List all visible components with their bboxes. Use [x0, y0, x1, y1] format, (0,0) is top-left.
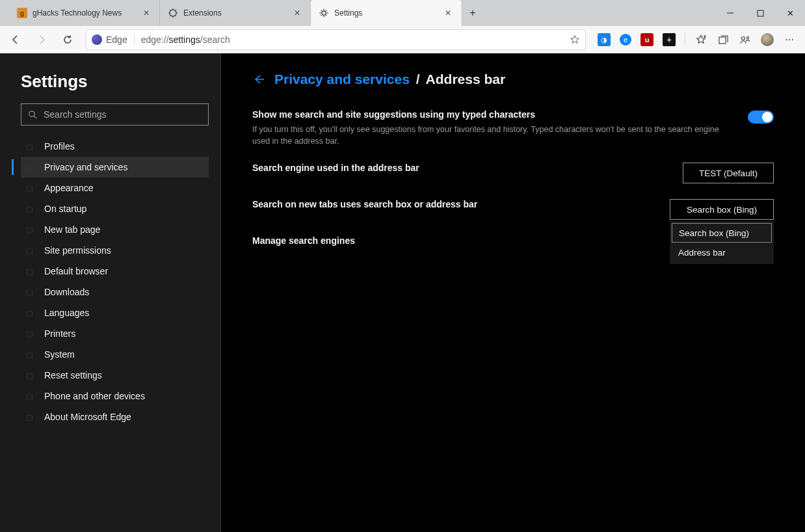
search-engine-select[interactable]: TEST (Default) [683, 163, 774, 183]
refresh-button[interactable] [56, 28, 79, 51]
sidebar-item-reset[interactable]: ◻Reset settings [21, 365, 209, 386]
extension-icon-4[interactable]: + [663, 33, 676, 46]
sidebar-item-phone[interactable]: ◻Phone and other devices [21, 386, 209, 406]
sidebar-item-about[interactable]: ◻About Microsoft Edge [21, 406, 209, 427]
profile-icon: ◻ [23, 140, 35, 152]
favorites-icon[interactable] [694, 33, 707, 46]
sidebar-item-printers[interactable]: ◻Printers [21, 323, 209, 344]
sidebar-item-system[interactable]: ◻System [21, 344, 209, 365]
back-arrow-icon[interactable] [252, 73, 265, 86]
close-icon[interactable]: ✕ [443, 8, 453, 18]
svg-point-9 [742, 37, 745, 40]
tab-ghacks[interactable]: g gHacks Technology News ✕ [9, 0, 160, 26]
printer-icon: ◻ [23, 328, 35, 339]
back-button[interactable] [4, 28, 27, 51]
tab-label: Extensions [183, 8, 287, 18]
permissions-icon: ◻ [23, 245, 35, 256]
tab-strip: g gHacks Technology News ✕ Extensions ✕ … [0, 0, 715, 26]
settings-sidebar: Settings Search settings ◻Profiles ◻Priv… [0, 53, 221, 532]
maximize-button[interactable] [745, 0, 775, 26]
extension-icons: ◑ e u + ⋯ [592, 33, 801, 47]
more-menu-icon[interactable]: ⋯ [783, 33, 796, 46]
reset-icon: ◻ [23, 369, 35, 381]
sidebar-item-profiles[interactable]: ◻Profiles [21, 136, 209, 157]
svg-point-11 [29, 111, 34, 116]
close-window-button[interactable]: ✕ [775, 0, 805, 26]
favicon-ghacks: g [17, 8, 27, 18]
search-placeholder: Search settings [44, 109, 107, 120]
breadcrumb-parent[interactable]: Privacy and services [274, 72, 410, 86]
new-tabs-select[interactable]: Search box (Bing) [670, 199, 774, 220]
separator [685, 33, 685, 47]
sidebar-item-appearance[interactable]: ◻Appearance [21, 178, 209, 198]
svg-rect-8 [719, 37, 726, 44]
sidebar-item-privacy[interactable]: ◻Privacy and services [21, 157, 209, 178]
window-controls: ✕ [715, 0, 805, 26]
svg-rect-5 [758, 10, 763, 16]
svg-text:g: g [20, 10, 24, 17]
new-tabs-dropdown-menu: Search box (Bing) Address bar [670, 221, 774, 264]
sidebar-item-startup[interactable]: ◻On startup [21, 198, 209, 219]
svg-point-10 [746, 36, 748, 38]
dropdown-option-addressbar[interactable]: Address bar [672, 243, 772, 262]
tab-label: gHacks Technology News [33, 8, 136, 18]
suggestions-toggle[interactable] [748, 111, 774, 124]
appearance-icon: ◻ [23, 182, 35, 194]
setting-title: Search on new tabs uses search box or ad… [252, 199, 650, 209]
breadcrumb-separator: / [416, 72, 420, 86]
phone-icon: ◻ [23, 390, 35, 402]
setting-title: Search engine used in the address bar [252, 163, 663, 173]
search-settings-input[interactable]: Search settings [21, 103, 209, 126]
info-icon: ◻ [23, 411, 35, 423]
close-icon[interactable]: ✕ [292, 8, 302, 18]
toolbar: Edge edge://settings/search ◑ e u + [0, 26, 805, 53]
dropdown-option-searchbox[interactable]: Search box (Bing) [672, 223, 772, 243]
settings-title: Settings [21, 72, 209, 92]
setting-new-tabs-search: Search on new tabs uses search box or ad… [252, 199, 774, 220]
setting-suggestions: Show me search and site suggestions usin… [252, 109, 774, 147]
app-window: g gHacks Technology News ✕ Extensions ✕ … [0, 0, 805, 532]
new-tab-button[interactable]: + [462, 0, 484, 26]
url-text: edge://settings/search [141, 34, 230, 45]
language-icon: ◻ [23, 307, 35, 319]
collections-icon[interactable] [717, 33, 730, 46]
setting-title: Show me search and site suggestions usin… [252, 109, 728, 120]
sidebar-item-site-permissions[interactable]: ◻Site permissions [21, 240, 209, 261]
titlebar: g gHacks Technology News ✕ Extensions ✕ … [0, 0, 805, 26]
lock-icon: ◻ [23, 161, 35, 173]
forward-button[interactable] [30, 28, 53, 51]
content: Settings Search settings ◻Profiles ◻Priv… [0, 53, 805, 532]
edge-chip-label: Edge [106, 34, 127, 45]
tab-label: Settings [334, 8, 438, 18]
sidebar-item-languages[interactable]: ◻Languages [21, 302, 209, 323]
download-icon: ◻ [23, 286, 35, 298]
setting-search-engine: Search engine used in the address bar TE… [252, 163, 774, 183]
system-icon: ◻ [23, 349, 35, 360]
user-avatar[interactable] [761, 33, 774, 46]
sidebar-item-default-browser[interactable]: ◻Default browser [21, 261, 209, 282]
edge-chip: Edge [92, 34, 135, 45]
profile-icon[interactable] [739, 33, 752, 46]
settings-nav: ◻Profiles ◻Privacy and services ◻Appeara… [21, 136, 209, 427]
minimize-button[interactable] [715, 0, 745, 26]
svg-line-12 [34, 116, 36, 118]
favorite-star-icon[interactable] [570, 34, 580, 45]
favicon-extensions [168, 8, 178, 18]
svg-point-3 [322, 11, 326, 15]
tab-extensions[interactable]: Extensions ✕ [160, 0, 311, 26]
search-icon [28, 110, 37, 119]
ublock-icon[interactable]: u [640, 33, 653, 46]
extension-icon-2[interactable]: e [620, 34, 631, 46]
address-bar[interactable]: Edge edge://settings/search [86, 29, 586, 50]
close-icon[interactable]: ✕ [141, 8, 152, 18]
tab-icon: ◻ [23, 224, 35, 235]
sidebar-item-newtab[interactable]: ◻New tab page [21, 219, 209, 240]
settings-main: Privacy and services / Address bar Show … [221, 53, 805, 532]
sidebar-item-downloads[interactable]: ◻Downloads [21, 282, 209, 302]
new-tabs-dropdown: Search box (Bing) Search box (Bing) Addr… [670, 199, 774, 220]
tab-settings[interactable]: Settings ✕ [311, 0, 462, 26]
setting-description: If you turn this off, you'll only see su… [252, 124, 728, 147]
gear-icon [319, 8, 329, 18]
edge-logo-icon [92, 34, 102, 45]
extension-icon-1[interactable]: ◑ [598, 33, 611, 46]
